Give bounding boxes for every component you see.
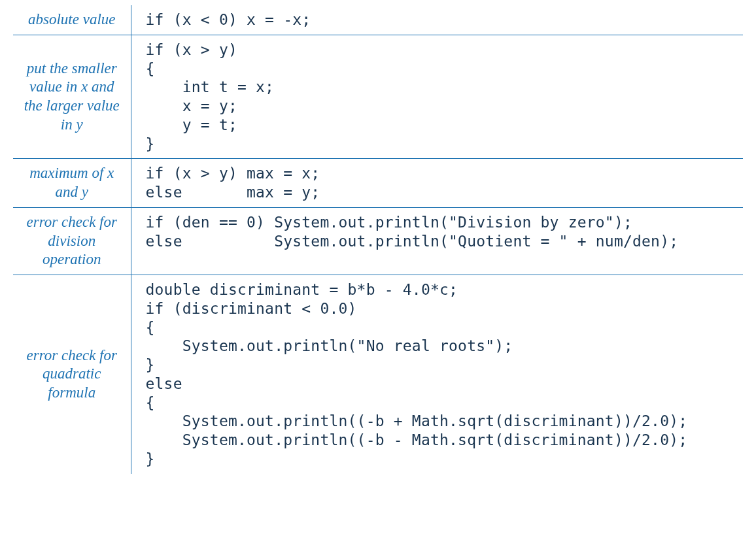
row-description: absolute value: [13, 5, 131, 35]
row-description: error check for division operation: [13, 207, 131, 275]
row-code: if (x > y) max = x; else max = y;: [131, 159, 743, 208]
row-code: if (x > y) { int t = x; x = y; y = t; }: [131, 35, 743, 159]
row-description: put the smaller value in x and the large…: [13, 35, 131, 159]
table-row: maximum of x and y if (x > y) max = x; e…: [13, 159, 743, 208]
table-row: absolute value if (x < 0) x = -x;: [13, 5, 743, 35]
table-row: put the smaller value in x and the large…: [13, 35, 743, 159]
row-code: double discriminant = b*b - 4.0*c; if (d…: [131, 275, 743, 474]
code-example-table: absolute value if (x < 0) x = -x; put th…: [13, 5, 743, 474]
table-container: absolute value if (x < 0) x = -x; put th…: [0, 0, 756, 500]
row-description: error check for quadratic formula: [13, 275, 131, 474]
row-code: if (x < 0) x = -x;: [131, 5, 743, 35]
table-row: error check for division operation if (d…: [13, 207, 743, 275]
row-description: maximum of x and y: [13, 159, 131, 208]
table-row: error check for quadratic formula double…: [13, 275, 743, 474]
row-code: if (den == 0) System.out.println("Divisi…: [131, 207, 743, 275]
